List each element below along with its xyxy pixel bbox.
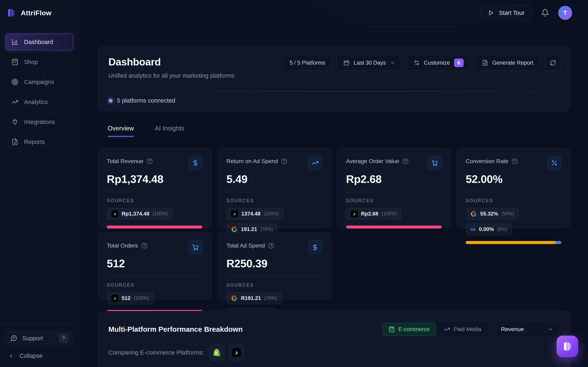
shopping-cart-icon	[431, 159, 438, 166]
support-shortcut-key: ?	[59, 334, 68, 343]
meta-icon: ∞	[470, 226, 476, 232]
tab-overview[interactable]: Overview	[108, 125, 134, 137]
sidebar-item-dashboard[interactable]: Dashboard	[5, 34, 73, 50]
metric-title: Average Order Value	[346, 158, 399, 165]
mode-toggle-group: E-commerce Paid Media	[380, 321, 489, 338]
sidebar-item-label: Reports	[24, 139, 45, 145]
file-text-icon	[482, 60, 488, 66]
chevron-down-icon	[548, 326, 553, 332]
page-header-card: Dashboard Unified analytics for all your…	[98, 47, 571, 111]
source-badge-google: R191.21 (76%)	[226, 292, 282, 304]
svg-text:S: S	[215, 351, 217, 355]
metric-title: Conversion Rate	[466, 158, 508, 165]
source-badge-google: 55.32% (94%)	[466, 208, 519, 220]
source-value: 55.32%	[480, 211, 498, 217]
sidebar-item-campaigns[interactable]: Campaigns	[5, 74, 73, 90]
platforms-count-button[interactable]: 5 / 5 Platforms	[283, 55, 332, 71]
mode-toggle-e-commerce[interactable]: E-commerce	[382, 323, 436, 336]
metric-card-header: Total Orders	[107, 240, 202, 254]
source-value: 512	[122, 295, 130, 301]
card-divider	[346, 192, 442, 192]
customize-label: Customize	[424, 60, 450, 66]
metric-type-icon-badge	[189, 240, 202, 254]
customize-button[interactable]: Customize 6	[407, 55, 470, 71]
breakdown-controls: E-commerce Paid Media Revenue	[380, 321, 560, 338]
metric-value: Rp1,374.48	[107, 173, 202, 185]
support-button[interactable]: Support ?	[5, 331, 73, 346]
status-dot	[109, 99, 112, 103]
sidebar-item-reports[interactable]: Reports	[5, 133, 73, 150]
tiktok-icon: ♪	[112, 210, 118, 217]
source-percentage: (100%)	[134, 295, 149, 301]
start-tour-button[interactable]: Start Tour	[480, 5, 532, 21]
file-text-icon	[11, 138, 18, 145]
metric-type-icon-badge	[428, 156, 442, 170]
attriflow-logo-icon	[6, 8, 16, 18]
sidebar-item-shop[interactable]: Shop	[5, 54, 73, 70]
bar-chart-icon	[11, 39, 18, 45]
user-avatar[interactable]: T	[558, 6, 572, 20]
collapse-label: Collapse	[20, 352, 43, 359]
help-circle-icon[interactable]	[281, 158, 287, 164]
metric-title: Return on Ad Spend	[226, 158, 278, 165]
source-badges: ♪ Rp1,374.48 (100%)	[107, 208, 202, 220]
plug-icon	[11, 118, 18, 125]
help-circle-icon[interactable]	[268, 243, 274, 249]
comparing-platform-tiles: S♪	[209, 345, 244, 360]
sources-label: SOURCES	[226, 282, 322, 288]
metric-type-icon-badge	[308, 156, 322, 170]
sources-label: SOURCES	[107, 282, 202, 288]
metric-card-average-order-value: Average Order Value Rp2.68 SOURCES ♪ Rp2…	[337, 148, 451, 228]
bar-segment	[346, 225, 442, 229]
metric-card-header: Total Ad Spend	[226, 240, 322, 254]
source-value: 191.21	[241, 226, 257, 233]
metric-cards-row-1: Total Revenue Rp1,374.48 SOURCES ♪ Rp1,3…	[98, 148, 571, 228]
card-divider	[466, 192, 561, 192]
help-circle-icon[interactable]	[147, 158, 153, 164]
sidebar-item-analytics[interactable]: Analytics	[5, 94, 73, 110]
platforms-count-label: 5 / 5 Platforms	[290, 60, 325, 66]
google-icon	[470, 211, 477, 217]
source-percentage: (6%)	[497, 226, 507, 232]
refresh-button[interactable]	[545, 55, 561, 71]
metric-card-conversion-rate: Conversion Rate 52.00% SOURCES 55.32% (9…	[457, 148, 571, 228]
header-divider	[108, 91, 560, 92]
trending-up-icon	[444, 326, 450, 332]
shopify-icon: S	[212, 348, 222, 357]
dollar-sign-icon	[192, 159, 199, 166]
source-badges: 55.32% (94%) ∞ 0.00% (6%)	[466, 208, 561, 235]
metric-type-icon-badge	[547, 156, 561, 170]
trending-up-icon	[11, 99, 18, 105]
breakdown-title: Multi-Platform Performance Breakdown	[108, 325, 242, 333]
target-icon	[11, 78, 18, 85]
source-percentage: (100%)	[381, 211, 397, 217]
platform-tile-shopify: S	[209, 345, 225, 360]
metric-card-total-orders: Total Orders 512 SOURCES ♪ 512 (100%)	[98, 233, 212, 300]
help-circle-icon[interactable]	[512, 158, 518, 164]
card-divider	[226, 276, 322, 277]
brand: AttriFlow	[0, 0, 79, 26]
attriflow-assistant-fab[interactable]	[557, 336, 578, 357]
metric-title: Total Revenue	[107, 158, 143, 165]
sidebar-item-integrations[interactable]: Integrations	[5, 114, 73, 130]
help-circle-icon[interactable]	[141, 243, 147, 249]
metric-value: 52.00%	[466, 173, 561, 185]
customize-count-badge: 6	[454, 58, 464, 67]
help-circle-icon[interactable]	[402, 158, 408, 164]
metric-value: 512	[107, 257, 202, 270]
metric-select-dropdown[interactable]: Revenue	[495, 321, 560, 337]
source-value: 1374.48	[241, 211, 260, 217]
metric-cards-row-2: Total Orders 512 SOURCES ♪ 512 (100%) To…	[98, 233, 571, 300]
generate-report-button[interactable]: Generate Report	[475, 55, 540, 71]
chevron-left-icon	[8, 353, 14, 359]
mode-toggle-paid-media[interactable]: Paid Media	[438, 323, 488, 336]
source-split-bar	[346, 225, 442, 229]
date-range-button[interactable]: Last 30 Days	[337, 55, 402, 71]
notifications-bell-icon[interactable]	[541, 9, 549, 17]
tab-ai-insights[interactable]: AI Insights	[155, 125, 184, 137]
multi-platform-breakdown-card: Multi-Platform Performance Breakdown E-c…	[98, 311, 571, 367]
tiktok-icon: ♪	[232, 348, 241, 357]
collapse-sidebar-button[interactable]: Collapse	[5, 352, 45, 359]
sidebar-nav: Dashboard Shop Campaigns Analytics Integ…	[0, 26, 79, 158]
card-divider	[107, 192, 202, 192]
